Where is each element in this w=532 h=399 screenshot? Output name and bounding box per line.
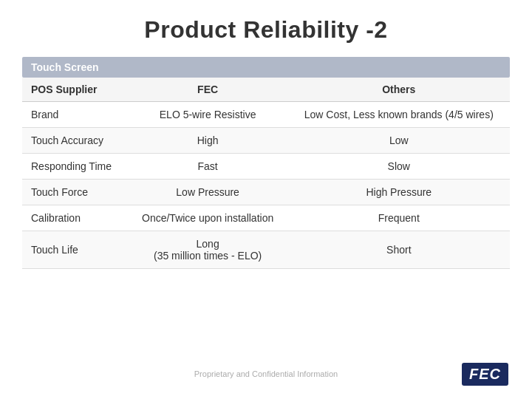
table-row: Responding TimeFastSlow bbox=[22, 154, 510, 180]
cell-others: Frequent bbox=[288, 205, 510, 231]
cell-fec: ELO 5-wire Resistive bbox=[128, 102, 288, 128]
cell-others: High Pressure bbox=[288, 180, 510, 205]
cell-others: Low bbox=[288, 128, 510, 154]
table-row: CalibrationOnce/Twice upon installationF… bbox=[22, 205, 510, 231]
cell-fec: Long (35 million times - ELO) bbox=[128, 231, 288, 269]
cell-feature: Touch Life bbox=[22, 231, 128, 269]
col-header-fec: FEC bbox=[128, 78, 288, 102]
table-wrapper: Touch Screen POS Supplier FEC Others Bra… bbox=[22, 57, 510, 269]
cell-feature: Responding Time bbox=[22, 154, 128, 180]
footer-text: Proprietary and Confidential Information bbox=[194, 369, 338, 378]
table-row: BrandELO 5-wire ResistiveLow Cost, Less … bbox=[22, 102, 510, 128]
table-row: Touch LifeLong (35 million times - ELO)S… bbox=[22, 231, 510, 269]
col-header-others: Others bbox=[288, 78, 510, 102]
cell-feature: Touch Force bbox=[22, 180, 128, 205]
cell-feature: Calibration bbox=[22, 205, 128, 231]
cell-others: Low Cost, Less known brands (4/5 wires) bbox=[288, 102, 510, 128]
cell-fec: Once/Twice upon installation bbox=[128, 205, 288, 231]
cell-feature: Brand bbox=[22, 102, 128, 128]
table-row: Touch AccuracyHighLow bbox=[22, 128, 510, 154]
fec-logo: FEC bbox=[462, 363, 508, 386]
cell-others: Short bbox=[288, 231, 510, 269]
cell-fec: Low Pressure bbox=[128, 180, 288, 205]
page-title: Product Reliability -2 bbox=[0, 0, 532, 57]
reliability-table: POS Supplier FEC Others BrandELO 5-wire … bbox=[22, 78, 510, 269]
cell-fec: Fast bbox=[128, 154, 288, 180]
col-header-supplier: POS Supplier bbox=[22, 78, 128, 102]
cell-others: Slow bbox=[288, 154, 510, 180]
cell-fec: High bbox=[128, 128, 288, 154]
table-header-row: POS Supplier FEC Others bbox=[22, 78, 510, 102]
section-header: Touch Screen bbox=[22, 57, 510, 78]
fec-logo-text: FEC bbox=[462, 363, 508, 386]
table-row: Touch ForceLow PressureHigh Pressure bbox=[22, 180, 510, 205]
cell-feature: Touch Accuracy bbox=[22, 128, 128, 154]
